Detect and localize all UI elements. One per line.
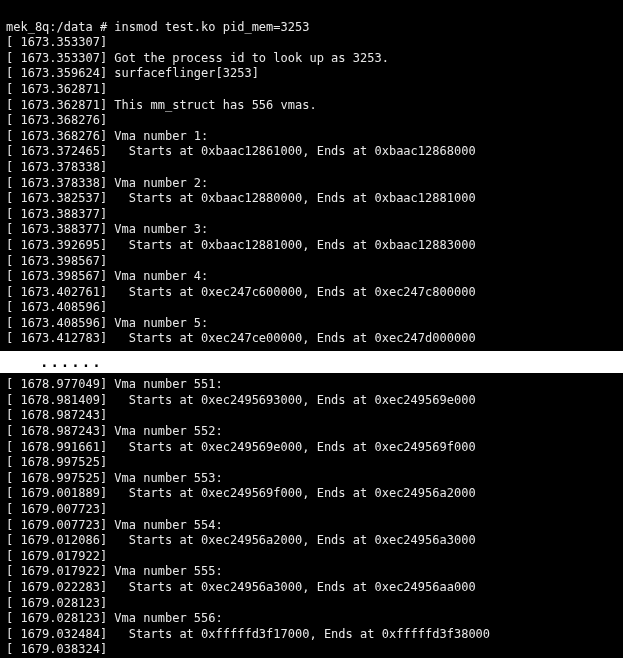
shell-prompt-line[interactable]: mek_8q:/data # insmod test.ko pid_mem=32… — [6, 20, 617, 36]
kmsg-line: [ 1678.987243] — [6, 408, 617, 424]
kmsg-line: [ 1673.412783] Starts at 0xec247ce00000,… — [6, 331, 617, 347]
kmsg-line: [ 1679.038324] — [6, 642, 617, 658]
kmsg-line: [ 1679.001889] Starts at 0xec249569f000,… — [6, 486, 617, 502]
kmsg-line: [ 1678.987243] Vma number 552: — [6, 424, 617, 440]
kmsg-line: [ 1678.997525] Vma number 553: — [6, 471, 617, 487]
kmsg-line: [ 1678.997525] — [6, 455, 617, 471]
kmsg-line: [ 1679.022283] Starts at 0xec24956a3000,… — [6, 580, 617, 596]
kmsg-line: [ 1673.372465] Starts at 0xbaac12861000,… — [6, 144, 617, 160]
kmsg-line: [ 1679.007723] Vma number 554: — [6, 518, 617, 534]
kmsg-line: [ 1673.368276] Vma number 1: — [6, 129, 617, 145]
kmsg-line: [ 1673.392695] Starts at 0xbaac12881000,… — [6, 238, 617, 254]
kmsg-line: [ 1679.032484] Starts at 0xfffffd3f17000… — [6, 627, 617, 643]
terminal-output-top: mek_8q:/data # insmod test.ko pid_mem=32… — [0, 0, 623, 351]
kmsg-line: [ 1679.007723] — [6, 502, 617, 518]
kmsg-line: [ 1673.362871] This mm_struct has 556 vm… — [6, 98, 617, 114]
kmsg-line: [ 1673.402761] Starts at 0xec247c600000,… — [6, 285, 617, 301]
kmsg-line: [ 1673.408596] — [6, 300, 617, 316]
kmsg-line: [ 1673.378338] Vma number 2: — [6, 176, 617, 192]
kmsg-line: [ 1673.378338] — [6, 160, 617, 176]
kmsg-line: [ 1679.028123] — [6, 596, 617, 612]
kmsg-line: [ 1673.382537] Starts at 0xbaac12880000,… — [6, 191, 617, 207]
kmsg-line: [ 1678.977049] Vma number 551: — [6, 377, 617, 393]
kmsg-line: [ 1673.408596] Vma number 5: — [6, 316, 617, 332]
kmsg-line: [ 1679.017922] Vma number 555: — [6, 564, 617, 580]
output-elision-marker: ...... — [0, 351, 623, 373]
terminal-output-bottom: [ 1678.977049] Vma number 551:[ 1678.981… — [0, 373, 623, 658]
kmsg-line: [ 1673.353307] Got the process id to loo… — [6, 51, 617, 67]
kmsg-line: [ 1673.398567] — [6, 254, 617, 270]
kmsg-line: [ 1673.388377] — [6, 207, 617, 223]
kmsg-line: [ 1679.017922] — [6, 549, 617, 565]
kmsg-line: [ 1673.368276] — [6, 113, 617, 129]
kmsg-line: [ 1673.362871] — [6, 82, 617, 98]
kmsg-line: [ 1678.991661] Starts at 0xec249569e000,… — [6, 440, 617, 456]
kmsg-line: [ 1673.359624] surfaceflinger[3253] — [6, 66, 617, 82]
kmsg-line: [ 1673.388377] Vma number 3: — [6, 222, 617, 238]
kmsg-line: [ 1673.353307] — [6, 35, 617, 51]
kmsg-line: [ 1673.398567] Vma number 4: — [6, 269, 617, 285]
kmsg-line: [ 1678.981409] Starts at 0xec2495693000,… — [6, 393, 617, 409]
kmsg-line: [ 1679.012086] Starts at 0xec24956a2000,… — [6, 533, 617, 549]
kmsg-line: [ 1679.028123] Vma number 556: — [6, 611, 617, 627]
